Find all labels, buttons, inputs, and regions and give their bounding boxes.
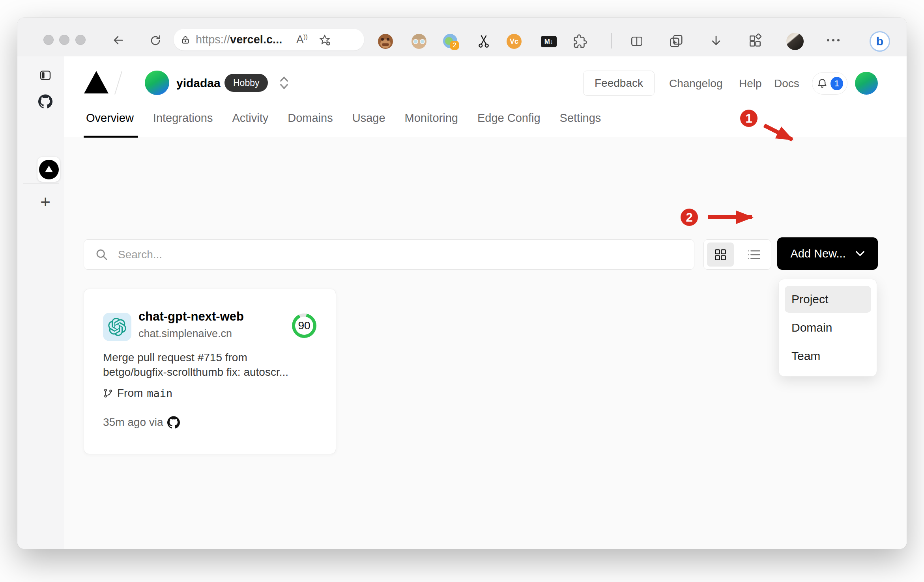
markdown-extension-icon[interactable]: M↓ — [541, 36, 557, 47]
screenshot-canvas: https://vercel.c... A)) — [0, 0, 924, 582]
page-tabs: Overview Integrations Activity Domains U… — [86, 112, 601, 125]
tab-usage[interactable]: Usage — [352, 112, 385, 125]
sidebar-toggle-icon[interactable] — [39, 69, 52, 82]
scissors-extension-icon[interactable] — [477, 34, 491, 48]
translate-extension-icon[interactable]: 2 — [443, 34, 458, 49]
commit-message-line2: betgo/bugfix-scrollthumb fix: autoscr... — [103, 366, 288, 379]
sidebar-divider — [23, 183, 59, 184]
team-name[interactable]: yidadaa — [176, 76, 221, 90]
back-icon[interactable] — [111, 33, 125, 47]
url-text: https://vercel.c... — [196, 33, 282, 46]
downloads-icon[interactable] — [709, 34, 723, 48]
favorite-star-icon[interactable] — [319, 34, 331, 46]
breadcrumb-slash — [114, 71, 122, 95]
list-view-button[interactable] — [741, 242, 768, 267]
traffic-light-zoom[interactable] — [75, 35, 86, 45]
tab-settings[interactable]: Settings — [560, 112, 601, 125]
view-toggle — [703, 239, 771, 270]
search-input[interactable] — [117, 248, 592, 261]
score-ring[interactable]: 90 — [292, 313, 316, 338]
browser-window: https://vercel.c... A)) — [17, 18, 907, 549]
profile-avatar[interactable] — [786, 33, 804, 50]
reload-icon[interactable] — [149, 34, 162, 47]
bing-chat-icon[interactable]: b — [870, 31, 890, 52]
lock-icon — [181, 35, 190, 45]
vc-extension-icon[interactable]: Vc — [507, 34, 522, 49]
traffic-light-minimize[interactable] — [59, 35, 69, 45]
reader-mode-icon[interactable]: A)) — [296, 34, 308, 46]
docs-link[interactable]: Docs — [774, 77, 799, 90]
vercel-page: yidadaa Hobby Feedback Changelog Help Do… — [64, 56, 907, 549]
more-menu-icon[interactable] — [827, 39, 840, 41]
dropdown-item-domain[interactable]: Domain — [791, 320, 832, 335]
score-value: 90 — [295, 317, 313, 335]
deployed-time: 35m ago via — [103, 416, 163, 429]
bell-icon — [816, 78, 828, 90]
commit-message-line1: Merge pull request #715 from — [103, 351, 247, 364]
team-switcher-icon[interactable] — [279, 75, 289, 90]
tab-monitoring[interactable]: Monitoring — [405, 112, 458, 125]
tampermonkey-extension-icon[interactable] — [378, 34, 393, 49]
translate-badge: 2 — [450, 41, 459, 50]
collections-icon[interactable] — [669, 34, 684, 48]
feedback-button[interactable]: Feedback — [583, 71, 655, 96]
extensions-puzzle-icon[interactable] — [573, 34, 587, 48]
add-new-dropdown: Project Domain Team — [778, 279, 877, 377]
add-new-button[interactable]: Add New... — [777, 237, 878, 270]
address-bar[interactable]: https://vercel.c... A)) — [174, 29, 364, 50]
project-card[interactable]: chat-gpt-next-web chat.simplenaive.cn 90… — [84, 289, 336, 454]
git-branch-icon — [103, 388, 113, 398]
plan-badge: Hobby — [224, 74, 268, 92]
add-new-label: Add New... — [790, 247, 845, 260]
user-avatar[interactable] — [855, 72, 878, 95]
tab-integrations[interactable]: Integrations — [153, 112, 213, 125]
branch-name: main — [147, 387, 172, 399]
tab-activity[interactable]: Activity — [232, 112, 268, 125]
vercel-logo[interactable] — [84, 71, 108, 93]
changelog-link[interactable]: Changelog — [669, 77, 722, 90]
search-icon — [95, 248, 108, 261]
team-avatar[interactable] — [145, 71, 169, 95]
openai-logo-icon — [108, 318, 126, 336]
search-bar[interactable] — [84, 239, 694, 270]
chevron-down-icon — [855, 250, 865, 257]
tab-overview[interactable]: Overview — [86, 112, 134, 125]
overview-content: Add New... Project Domain Team chat-gpt-… — [64, 138, 907, 549]
tab-domains[interactable]: Domains — [288, 112, 333, 125]
project-icon — [103, 313, 131, 341]
toolbar-divider — [611, 33, 612, 48]
branch-prefix: From — [117, 387, 143, 399]
project-name[interactable]: chat-gpt-next-web — [138, 310, 244, 324]
deployment-meta: 35m ago via — [103, 416, 180, 429]
browser-toolbar: https://vercel.c... A)) — [17, 18, 907, 57]
dropdown-item-project[interactable]: Project — [791, 292, 828, 307]
apps-grid-icon[interactable] — [748, 34, 763, 48]
vercel-tab-icon — [39, 160, 59, 179]
tab-edge-config[interactable]: Edge Config — [477, 112, 541, 125]
face-extension-icon[interactable] — [411, 34, 426, 49]
edge-sidebar: + — [17, 56, 65, 549]
github-icon — [167, 416, 180, 429]
split-screen-icon[interactable] — [629, 34, 644, 48]
vercel-tab-active[interactable] — [37, 157, 60, 182]
help-link[interactable]: Help — [739, 77, 762, 90]
branch-row: From main — [103, 387, 172, 399]
dropdown-item-team[interactable]: Team — [791, 349, 820, 364]
grid-view-button[interactable] — [707, 242, 734, 267]
traffic-light-close[interactable] — [43, 35, 54, 45]
github-tab-icon[interactable] — [38, 94, 52, 108]
notification-count: 1 — [830, 77, 843, 90]
new-tab-plus-icon[interactable]: + — [37, 194, 54, 210]
notifications-button[interactable]: 1 — [812, 72, 847, 95]
project-domain[interactable]: chat.simplenaive.cn — [138, 328, 232, 340]
